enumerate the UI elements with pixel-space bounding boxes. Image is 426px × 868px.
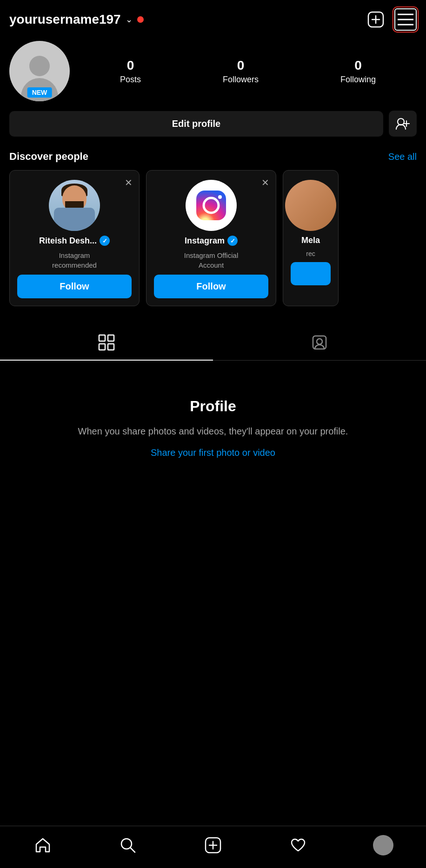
bottom-nav xyxy=(0,826,426,868)
partial-sub: rec xyxy=(306,250,315,257)
profile-empty-title: Profile xyxy=(190,398,236,415)
avatar-head xyxy=(29,56,50,76)
nav-profile[interactable] xyxy=(365,834,402,857)
add-icon xyxy=(205,837,221,854)
stats-container: 0 Posts 0 Followers 0 Following xyxy=(79,58,417,85)
followers-label: Followers xyxy=(223,75,259,85)
nav-profile-avatar xyxy=(373,835,393,855)
person-card-instagram: ✕ Instagram xyxy=(146,170,276,306)
instagram-name-text: Instagram xyxy=(185,236,225,246)
nav-add[interactable] xyxy=(194,834,232,857)
svg-rect-9 xyxy=(196,191,226,220)
avatar-container: NEW xyxy=(9,41,70,101)
follow-button-instagram[interactable]: Follow xyxy=(154,275,268,298)
verified-badge-riteish: ✓ xyxy=(100,236,110,246)
person-card-riteish: ✕ Riteish Desh... ✓ Instagram recommende… xyxy=(9,170,140,306)
following-label: Following xyxy=(340,75,376,85)
riteish-name: Riteish Desh... ✓ xyxy=(39,236,110,246)
svg-point-18 xyxy=(317,339,322,344)
add-content-icon[interactable] xyxy=(365,8,387,31)
svg-rect-15 xyxy=(99,344,105,350)
discover-header: Discover people See all xyxy=(0,146,426,170)
share-photos-link[interactable]: Share your first photo or video xyxy=(151,447,275,458)
people-scroll: ✕ Riteish Desh... ✓ Instagram recommende… xyxy=(0,170,426,316)
followers-count: 0 xyxy=(237,58,245,73)
svg-point-12 xyxy=(218,195,222,199)
svg-rect-13 xyxy=(99,335,105,341)
profile-empty-description: When you share photos and videos, they'l… xyxy=(78,424,348,438)
person-card-partial: Mela rec xyxy=(283,170,339,306)
see-all-link[interactable]: See all xyxy=(388,151,417,162)
nav-search[interactable] xyxy=(109,834,146,857)
header-left: yourusername197 ⌄ xyxy=(9,12,144,27)
notification-dot xyxy=(137,16,144,23)
partial-name: Mela xyxy=(301,236,320,245)
riteish-name-text: Riteish Desh... xyxy=(39,236,97,246)
followers-stat[interactable]: 0 Followers xyxy=(223,58,259,85)
riteish-avatar xyxy=(49,180,100,231)
hamburger-menu-icon[interactable] xyxy=(394,8,417,31)
add-person-button[interactable] xyxy=(389,111,417,137)
tab-tagged[interactable] xyxy=(213,325,426,360)
tagged-icon xyxy=(311,334,328,351)
follow-button-riteish[interactable]: Follow xyxy=(17,275,132,298)
close-icon-instagram[interactable]: ✕ xyxy=(261,177,269,188)
riteish-sub: Instagram recommended xyxy=(52,250,97,270)
verified-check-icon: ✓ xyxy=(102,237,107,244)
nav-home[interactable] xyxy=(24,834,61,857)
close-icon-riteish[interactable]: ✕ xyxy=(125,177,133,188)
svg-point-19 xyxy=(121,839,132,849)
tab-grid[interactable] xyxy=(0,325,213,360)
posts-stat[interactable]: 0 Posts xyxy=(120,58,141,85)
discover-title: Discover people xyxy=(9,151,88,163)
verified-check-icon-ig: ✓ xyxy=(230,237,235,244)
avatar-body-suit xyxy=(54,208,95,231)
instagram-avatar xyxy=(186,180,237,231)
partial-follow-button[interactable] xyxy=(291,262,331,285)
grid-icon xyxy=(98,334,115,351)
search-icon xyxy=(120,837,136,854)
posts-count: 0 xyxy=(127,58,134,73)
chevron-down-icon[interactable]: ⌄ xyxy=(126,14,133,25)
following-count: 0 xyxy=(354,58,362,73)
svg-rect-14 xyxy=(108,335,114,341)
following-stat[interactable]: 0 Following xyxy=(340,58,376,85)
instagram-name: Instagram ✓ xyxy=(185,236,238,246)
nav-activity[interactable] xyxy=(280,834,317,857)
tab-bar xyxy=(0,325,426,361)
svg-point-6 xyxy=(398,118,404,125)
home-icon xyxy=(34,837,51,854)
verified-badge-instagram: ✓ xyxy=(227,236,238,246)
header-right xyxy=(365,8,417,31)
partial-avatar xyxy=(285,180,336,231)
new-badge: NEW xyxy=(27,87,52,98)
profile-empty-state: Profile When you share photos and videos… xyxy=(0,361,426,477)
posts-label: Posts xyxy=(120,75,141,85)
action-buttons: Edit profile xyxy=(0,111,426,146)
profile-section: NEW 0 Posts 0 Followers 0 Following xyxy=(0,36,426,111)
svg-rect-16 xyxy=(108,344,114,350)
heart-icon xyxy=(290,837,306,854)
username[interactable]: yourusername197 xyxy=(9,12,121,27)
svg-line-20 xyxy=(131,848,135,852)
instagram-sub: Instagram Official Account xyxy=(184,250,238,270)
header: yourusername197 ⌄ xyxy=(0,0,426,36)
edit-profile-button[interactable]: Edit profile xyxy=(9,111,383,137)
